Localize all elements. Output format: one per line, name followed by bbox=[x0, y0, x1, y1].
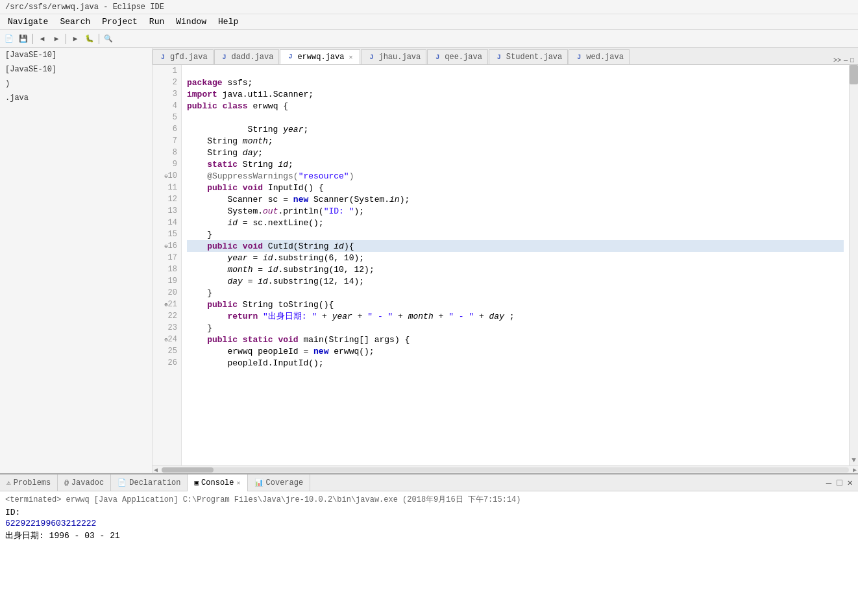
sidebar-item-javasea[interactable]: [JavaSE-10] bbox=[0, 48, 152, 62]
menu-run[interactable]: Run bbox=[144, 16, 169, 28]
code-line-11: public void InputId() { bbox=[187, 182, 844, 193]
console-id-value: 622922199603212222 bbox=[5, 519, 853, 528]
ln-4: 4 bbox=[153, 100, 181, 112]
coverage-icon: 📊 bbox=[254, 478, 264, 487]
panel-tab-declaration[interactable]: 📄 Declaration bbox=[111, 474, 188, 491]
sidebar-item-paren[interactable]: ) bbox=[0, 77, 152, 91]
code-line-13: System.out.println("ID: "); bbox=[187, 205, 844, 217]
toolbar-search[interactable]: 🔍 bbox=[102, 32, 115, 45]
toolbar-run[interactable]: ▶ bbox=[69, 32, 82, 45]
code-line-23: } bbox=[187, 322, 844, 334]
sidebar-item-java[interactable]: .java bbox=[0, 91, 152, 105]
menu-bar: Navigate Search Project Run Window Help bbox=[0, 14, 858, 30]
tab-label-student: Student.java bbox=[506, 53, 562, 62]
panel-controls: — □ ✕ bbox=[824, 477, 858, 488]
ln-15: 15 bbox=[153, 228, 181, 240]
panel-tab-console[interactable]: ▣ Console ✕ bbox=[188, 474, 247, 491]
ln-23: 23 bbox=[153, 322, 181, 334]
ln-8: 8 bbox=[153, 147, 181, 158]
code-line-9: static String id; bbox=[187, 158, 844, 170]
code-line-10: @SuppressWarnings("resource") bbox=[187, 170, 844, 182]
tab-icon-qee: J bbox=[433, 53, 442, 62]
console-close-btn[interactable]: ✕ bbox=[237, 479, 241, 487]
menu-window[interactable]: Window bbox=[171, 16, 212, 28]
toolbar-forward[interactable]: ▶ bbox=[50, 32, 63, 45]
code-line-2: package ssfs; bbox=[187, 77, 844, 88]
h-scroll-thumb[interactable] bbox=[162, 467, 214, 473]
editor-area: [JavaSE-10] [JavaSE-10] ) .java J gfd.ja… bbox=[0, 48, 858, 473]
toolbar-save[interactable]: 💾 bbox=[17, 32, 30, 45]
ln-13: 13 bbox=[153, 205, 181, 217]
code-line-1 bbox=[187, 65, 844, 77]
tab-icon-jhau: J bbox=[367, 53, 376, 62]
scroll-thumb[interactable] bbox=[850, 65, 858, 84]
tab-erwwq[interactable]: J erwwq.java ✕ bbox=[280, 49, 360, 64]
panel-minimize-btn[interactable]: — bbox=[824, 478, 834, 488]
toolbar-new[interactable]: 📄 bbox=[3, 32, 16, 45]
h-scroll-track[interactable] bbox=[162, 467, 849, 473]
tab-student[interactable]: J Student.java bbox=[489, 49, 568, 64]
toolbar-sep-1 bbox=[32, 34, 33, 44]
tab-label-gfd: gfd.java bbox=[170, 53, 208, 62]
editor-scrollbar[interactable]: ▼ bbox=[849, 65, 858, 465]
ln-26: 26 bbox=[153, 357, 181, 369]
ln-24: ⊖24 bbox=[153, 334, 181, 345]
ln-10: ⊖10 bbox=[153, 170, 181, 182]
ln-14: 14 bbox=[153, 217, 181, 228]
menu-project[interactable]: Project bbox=[97, 16, 143, 28]
ln-20: 20 bbox=[153, 287, 181, 299]
tab-qee[interactable]: J qee.java bbox=[427, 49, 488, 64]
code-editor[interactable]: 1 2 3 4 5 6 7 8 9 ⊖10 11 12 13 14 15 ⊖16 bbox=[153, 65, 858, 465]
h-scrollbar[interactable]: ◀ ▶ bbox=[153, 465, 858, 473]
ln-1: 1 bbox=[153, 65, 181, 77]
panel-close-x-btn[interactable]: ✕ bbox=[845, 477, 855, 488]
panel-tab-javadoc[interactable]: @ Javadoc bbox=[58, 474, 111, 491]
hscroll-left-btn[interactable]: ◀ bbox=[153, 466, 159, 474]
code-line-6: String year; bbox=[187, 123, 844, 135]
scroll-down-btn[interactable]: ▼ bbox=[850, 456, 858, 465]
menu-navigate[interactable]: Navigate bbox=[3, 16, 53, 28]
panel-maximize-btn[interactable]: □ bbox=[834, 478, 844, 488]
problems-icon: ⚠ bbox=[6, 478, 11, 487]
tabs-max-btn[interactable]: □ bbox=[849, 57, 855, 64]
tab-label-wed: wed.java bbox=[586, 53, 624, 62]
code-line-8: String day; bbox=[187, 147, 844, 158]
tab-close-erwwq[interactable]: ✕ bbox=[347, 53, 354, 61]
sidebar-item-javase10b[interactable]: [JavaSE-10] bbox=[0, 62, 152, 77]
toolbar: 📄 💾 ◀ ▶ ▶ 🐛 🔍 bbox=[0, 30, 858, 48]
ln-25: 25 bbox=[153, 345, 181, 357]
toolbar-sep-2 bbox=[66, 34, 66, 44]
code-line-7: String month; bbox=[187, 135, 844, 147]
ln-18: 18 bbox=[153, 264, 181, 275]
declaration-label: Declaration bbox=[129, 478, 180, 487]
code-line-16: public void CutId(String id){ bbox=[187, 240, 844, 252]
menu-help[interactable]: Help bbox=[213, 16, 243, 28]
panel-tabs: ⚠ Problems @ Javadoc 📄 Declaration ▣ Con… bbox=[0, 474, 858, 491]
coverage-label: Coverage bbox=[266, 478, 304, 487]
panel-tab-coverage[interactable]: 📊 Coverage bbox=[248, 474, 311, 491]
code-content[interactable]: package ssfs; import java.util.Scanner; … bbox=[182, 65, 849, 465]
menu-search[interactable]: Search bbox=[55, 16, 95, 28]
console-header: <terminated> erwwq [Java Application] C:… bbox=[5, 494, 853, 505]
console-id-label: ID: bbox=[5, 508, 853, 517]
ln-5: 5 bbox=[153, 112, 181, 123]
code-line-17: year = id.substring(6, 10); bbox=[187, 252, 844, 264]
tab-wed[interactable]: J wed.java bbox=[569, 49, 630, 64]
tab-label-qee: qee.java bbox=[445, 53, 482, 62]
problems-label: Problems bbox=[14, 478, 51, 487]
tab-dadd[interactable]: J dadd.java bbox=[214, 49, 280, 64]
ln-7: 7 bbox=[153, 135, 181, 147]
panel-tab-problems[interactable]: ⚠ Problems bbox=[0, 474, 58, 491]
tab-gfd[interactable]: J gfd.java bbox=[153, 49, 214, 64]
tabs-overflow-btn[interactable]: >> bbox=[832, 57, 842, 64]
console-label: Console bbox=[201, 478, 234, 487]
tabs-min-btn[interactable]: — bbox=[842, 57, 849, 64]
toolbar-back[interactable]: ◀ bbox=[36, 32, 49, 45]
toolbar-debug[interactable]: 🐛 bbox=[83, 32, 96, 45]
code-line-15: } bbox=[187, 228, 844, 240]
tabs-controls: >> — □ bbox=[829, 57, 858, 64]
code-line-20: } bbox=[187, 287, 844, 299]
tab-jhau[interactable]: J jhau.java bbox=[361, 49, 426, 64]
hscroll-right-btn[interactable]: ▶ bbox=[852, 466, 858, 474]
code-line-24: public static void main(String[] args) { bbox=[187, 334, 844, 345]
